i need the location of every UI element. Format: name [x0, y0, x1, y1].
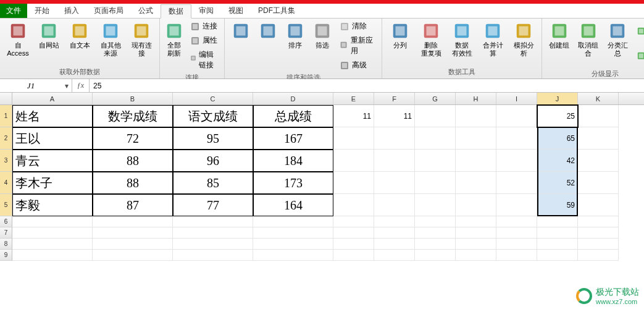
cell-B6[interactable] [93, 216, 173, 227]
clear-button[interactable]: 清除 [337, 20, 378, 33]
row-header-7[interactable]: 7 [0, 227, 12, 239]
col-header-A[interactable]: A [12, 93, 93, 104]
cell-G1[interactable] [415, 105, 456, 127]
row-header-5[interactable]: 5 [0, 194, 12, 216]
cell-A5[interactable]: 李毅 [12, 194, 93, 216]
cell-B9[interactable] [93, 250, 173, 261]
cell-E3[interactable] [333, 150, 374, 172]
cell-K2[interactable] [578, 127, 619, 150]
cell-J9[interactable] [537, 250, 578, 261]
cell-H6[interactable] [456, 216, 496, 227]
name-box[interactable] [0, 81, 62, 91]
tab-file[interactable]: 文件 [0, 4, 27, 18]
cell-D3[interactable]: 184 [253, 150, 333, 172]
sort-az-button[interactable] [228, 20, 253, 43]
properties-button[interactable]: 属性 [187, 34, 220, 47]
filter-button[interactable]: 筛选 [310, 20, 335, 51]
text-to-cols-button[interactable]: 分列 [386, 20, 414, 51]
cell-F5[interactable] [374, 194, 415, 216]
cell-I7[interactable] [496, 227, 537, 239]
reapply-button[interactable]: 重新应用 [337, 34, 378, 57]
cell-C5[interactable]: 77 [173, 194, 253, 216]
whatif-button[interactable]: 模拟分析 [509, 20, 538, 59]
tab-页面布局[interactable]: 页面布局 [86, 4, 131, 18]
row-header-1[interactable]: 1 [0, 105, 12, 127]
cell-C1[interactable]: 语文成绩 [173, 105, 253, 127]
consolidate-button[interactable]: 合并计算 [479, 20, 507, 59]
cell-J6[interactable] [537, 216, 578, 227]
col-header-J[interactable]: J [537, 93, 578, 104]
cell-E7[interactable] [333, 227, 374, 239]
cell-I4[interactable] [496, 172, 537, 194]
cell-H3[interactable] [456, 150, 496, 172]
cell-C2[interactable]: 95 [173, 127, 253, 150]
cell-H4[interactable] [456, 172, 496, 194]
cell-I5[interactable] [496, 194, 537, 216]
sort-za-button[interactable] [256, 20, 280, 43]
col-header-F[interactable]: F [374, 93, 415, 104]
web-button[interactable]: 自网站 [35, 20, 63, 51]
col-header-B[interactable]: B [93, 93, 173, 104]
cell-G8[interactable] [415, 239, 456, 250]
text-button[interactable]: 自文本 [65, 20, 94, 51]
col-header-I[interactable]: I [496, 93, 537, 104]
cell-J2[interactable]: 65 [537, 127, 578, 150]
cell-F6[interactable] [374, 216, 415, 227]
cell-G7[interactable] [415, 227, 456, 239]
cell-H1[interactable] [456, 105, 496, 127]
cell-B1[interactable]: 数学成绩 [93, 105, 173, 127]
cell-H2[interactable] [456, 127, 496, 150]
col-header-G[interactable]: G [415, 93, 456, 104]
cell-E4[interactable] [333, 172, 374, 194]
col-header-C[interactable]: C [173, 93, 253, 104]
cell-A8[interactable] [12, 239, 93, 250]
cell-C8[interactable] [173, 239, 253, 250]
existing-button[interactable]: 现有连接 [127, 20, 156, 59]
cell-B3[interactable]: 88 [93, 150, 173, 172]
cell-A7[interactable] [12, 227, 93, 239]
row-header-4[interactable]: 4 [0, 172, 12, 194]
cell-G5[interactable] [415, 194, 456, 216]
col-header-D[interactable]: D [253, 93, 333, 104]
cell-K4[interactable] [578, 172, 619, 194]
cell-A3[interactable]: 青云 [12, 150, 93, 172]
editlinks-button[interactable]: 编辑链接 [187, 48, 220, 72]
cell-H5[interactable] [456, 194, 496, 216]
cell-K3[interactable] [578, 150, 619, 172]
tab-插入[interactable]: 插入 [57, 4, 86, 18]
validation-button[interactable]: 数据有效性 [448, 20, 476, 59]
cell-J8[interactable] [537, 239, 578, 250]
row-header-8[interactable]: 8 [0, 239, 12, 250]
cell-I8[interactable] [496, 239, 537, 250]
cell-F2[interactable] [374, 127, 415, 150]
subtotal-button[interactable]: 分类汇总 [604, 20, 630, 59]
cell-G3[interactable] [415, 150, 456, 172]
cell-I3[interactable] [496, 150, 537, 172]
cell-C3[interactable]: 96 [173, 150, 253, 172]
tab-视图[interactable]: 视图 [221, 4, 251, 18]
cell-I1[interactable] [496, 105, 537, 127]
row-header-2[interactable]: 2 [0, 127, 12, 150]
fx-label[interactable]: ƒx [72, 79, 90, 92]
col-header-K[interactable]: K [578, 93, 619, 104]
group-button[interactable]: 创建组 [546, 20, 572, 51]
cell-I2[interactable] [496, 127, 537, 150]
remove-dup-button[interactable]: 删除重复项 [417, 20, 445, 59]
cell-K6[interactable] [578, 216, 619, 227]
cell-E5[interactable] [333, 194, 374, 216]
other-button[interactable]: 自其他来源 [96, 20, 125, 59]
cell-C4[interactable]: 85 [173, 172, 253, 194]
cell-E1[interactable]: 11 [333, 105, 374, 127]
cell-H9[interactable] [456, 250, 496, 261]
cell-D4[interactable]: 173 [253, 172, 333, 194]
advanced-button[interactable]: 高级 [337, 59, 378, 72]
cell-J3[interactable]: 42 [537, 150, 578, 172]
cell-C9[interactable] [173, 250, 253, 261]
cell-I6[interactable] [496, 216, 537, 227]
cell-F9[interactable] [374, 250, 415, 261]
cell-B5[interactable]: 87 [93, 194, 173, 216]
cell-B4[interactable]: 88 [93, 172, 173, 194]
cell-G2[interactable] [415, 127, 456, 150]
worksheet[interactable]: ABCDEFGHIJK 1姓名数学成绩语文成绩总成绩1111252王以72951… [0, 93, 644, 261]
cell-E8[interactable] [333, 239, 374, 250]
